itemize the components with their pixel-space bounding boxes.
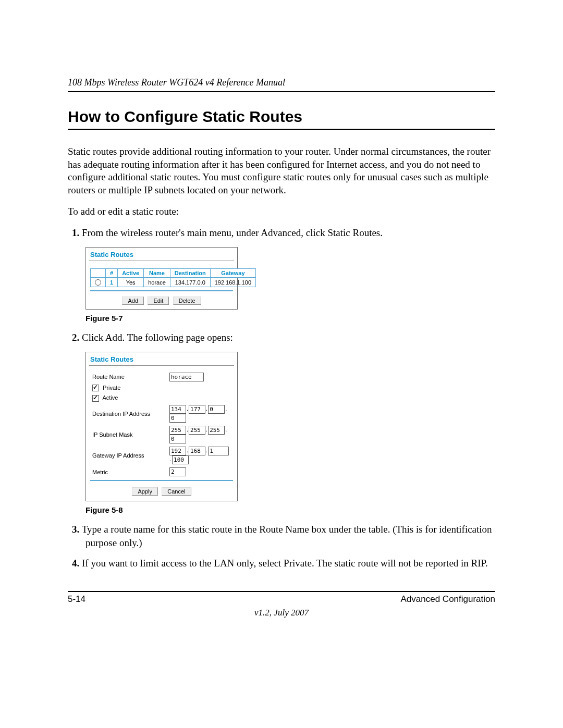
col-num: # [106,269,118,278]
step-text: If you want to limit access to the LAN o… [82,558,488,569]
manual-title-header: 108 Mbps Wireless Router WGT624 v4 Refer… [68,77,495,92]
apply-button[interactable]: Apply [132,487,158,496]
footer-section: Advanced Configuration [401,594,495,604]
col-active: Active [118,269,144,278]
static-routes-form-panel: Static Routes Route Name horace Private [85,352,238,501]
step-1: 1. From the wireless router's main menu,… [85,226,495,240]
step-4: 4. If you want to limit access to the LA… [85,557,495,570]
figure-caption-5-7: Figure 5-7 [85,314,495,323]
col-gateway: Gateway [210,269,255,278]
table-row: 1 Yes horace 134.177.0.0 192.168.1.100 [91,278,256,287]
intro-paragraph: Static routes provide additional routing… [68,145,495,197]
col-select [91,269,106,278]
footer-version: v1.2, July 2007 [68,608,495,618]
step-2: 2. Click Add. The following page opens: [85,331,495,344]
cell-active: Yes [118,278,144,287]
step-number: 4. [72,558,79,569]
subnet-octet-1[interactable]: 255 [169,426,186,435]
subnet-octet-2[interactable]: 255 [189,426,205,435]
metric-label: Metric [90,466,167,478]
panel-title: Static Routes [86,352,237,365]
step-number: 1. [72,227,79,238]
cell-name: horace [144,278,170,287]
route-name-input[interactable]: horace [169,373,204,381]
page-number: 5-14 [68,594,85,604]
panel-rule [90,480,233,481]
panel-separator [89,261,234,261]
dest-ip-octet-2[interactable]: 177 [189,405,205,414]
col-destination: Destination [170,269,210,278]
cell-gateway: 192.168.1.100 [210,278,255,287]
routes-table: # Active Name Destination Gateway 1 Yes … [90,268,256,287]
step-text: Click Add. The following page opens: [82,332,233,343]
delete-button[interactable]: Delete [173,297,201,305]
step-number: 3. [72,524,79,535]
active-checkbox[interactable] [92,395,99,402]
static-routes-list-panel: Static Routes # Active Name Destination … [85,247,238,310]
dest-ip-octet-1[interactable]: 134 [169,405,186,414]
step-3: 3. Type a route name for this static rou… [85,523,495,549]
gateway-octet-1[interactable]: 192 [169,447,186,455]
subnet-octet-3[interactable]: 255 [208,426,225,435]
gateway-octet-4[interactable]: 100 [172,455,189,464]
step-text: Type a route name for this static route … [82,524,492,548]
figure-caption-5-8: Figure 5-8 [85,505,495,514]
gateway-octet-2[interactable]: 168 [189,447,205,455]
metric-input[interactable]: 2 [169,467,186,476]
dest-ip-label: Destination IP Address [90,403,167,424]
heading-rule [68,129,495,130]
route-name-label: Route Name [90,371,167,383]
private-label: Private [103,385,120,391]
active-label: Active [102,394,118,401]
subnet-octet-4[interactable]: 0 [169,435,186,443]
panel-rule [90,290,233,291]
step-text: From the wireless router's main menu, un… [82,227,383,238]
route-select-radio[interactable] [95,279,101,286]
step-number: 2. [72,332,79,343]
addedit-lead: To add or edit a static route: [68,205,495,218]
gateway-label: Gateway IP Address [90,445,167,466]
gateway-octet-3[interactable]: 1 [208,447,229,455]
panel-title: Static Routes [86,248,237,261]
table-header-row: # Active Name Destination Gateway [91,269,256,278]
col-name: Name [144,269,170,278]
edit-button[interactable]: Edit [148,297,169,305]
dest-ip-octet-4[interactable]: 0 [169,414,186,423]
dest-ip-octet-3[interactable]: 0 [208,405,225,414]
subnet-label: IP Subnet Mask [90,424,167,445]
cancel-button[interactable]: Cancel [162,487,191,496]
cell-destination: 134.177.0.0 [170,278,210,287]
panel-separator [89,365,234,366]
private-checkbox[interactable] [92,385,99,391]
add-button[interactable]: Add [122,297,144,305]
section-heading: How to Configure Static Routes [68,108,495,126]
cell-num: 1 [106,278,118,287]
